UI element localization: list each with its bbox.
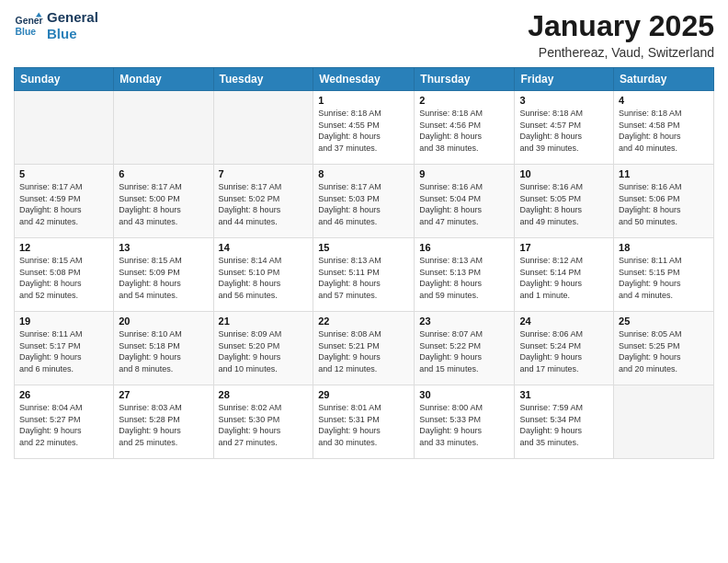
day-number: 13 bbox=[119, 242, 208, 253]
table-row: 8Sunrise: 8:17 AM Sunset: 5:03 PM Daylig… bbox=[313, 165, 415, 238]
day-number: 11 bbox=[619, 168, 709, 179]
day-number: 29 bbox=[318, 389, 409, 400]
table-row: 26Sunrise: 8:04 AM Sunset: 5:27 PM Dayli… bbox=[15, 385, 114, 459]
table-row: 28Sunrise: 8:02 AM Sunset: 5:30 PM Dayli… bbox=[213, 385, 313, 459]
table-row: 1Sunrise: 8:18 AM Sunset: 4:55 PM Daylig… bbox=[313, 91, 415, 165]
day-number: 14 bbox=[219, 242, 309, 253]
table-row: 9Sunrise: 8:16 AM Sunset: 5:04 PM Daylig… bbox=[415, 165, 515, 238]
table-row: 24Sunrise: 8:06 AM Sunset: 5:24 PM Dayli… bbox=[515, 312, 614, 385]
day-number: 28 bbox=[219, 389, 309, 400]
calendar-week-4: 19Sunrise: 8:11 AM Sunset: 5:17 PM Dayli… bbox=[15, 312, 714, 385]
day-number: 30 bbox=[419, 389, 509, 400]
day-number: 15 bbox=[318, 242, 409, 253]
day-info: Sunrise: 8:18 AM Sunset: 4:58 PM Dayligh… bbox=[619, 108, 709, 154]
table-row: 13Sunrise: 8:15 AM Sunset: 5:09 PM Dayli… bbox=[114, 238, 213, 312]
day-info: Sunrise: 8:05 AM Sunset: 5:25 PM Dayligh… bbox=[619, 328, 709, 374]
day-info: Sunrise: 8:01 AM Sunset: 5:31 PM Dayligh… bbox=[318, 402, 409, 448]
table-row: 3Sunrise: 8:18 AM Sunset: 4:57 PM Daylig… bbox=[515, 91, 614, 165]
day-number: 12 bbox=[19, 242, 108, 253]
day-info: Sunrise: 8:00 AM Sunset: 5:33 PM Dayligh… bbox=[419, 402, 509, 448]
day-info: Sunrise: 8:07 AM Sunset: 5:22 PM Dayligh… bbox=[419, 328, 509, 374]
day-number: 5 bbox=[19, 168, 108, 179]
day-number: 7 bbox=[219, 168, 309, 179]
calendar: Sunday Monday Tuesday Wednesday Thursday… bbox=[14, 67, 714, 459]
col-friday: Friday bbox=[515, 68, 614, 91]
table-row: 2Sunrise: 8:18 AM Sunset: 4:56 PM Daylig… bbox=[415, 91, 515, 165]
table-row: 27Sunrise: 8:03 AM Sunset: 5:28 PM Dayli… bbox=[114, 385, 213, 459]
table-row bbox=[213, 91, 313, 165]
calendar-header-row: Sunday Monday Tuesday Wednesday Thursday… bbox=[15, 68, 714, 91]
col-wednesday: Wednesday bbox=[313, 68, 415, 91]
day-info: Sunrise: 8:18 AM Sunset: 4:56 PM Dayligh… bbox=[419, 108, 509, 154]
day-info: Sunrise: 8:08 AM Sunset: 5:21 PM Dayligh… bbox=[318, 328, 409, 374]
day-info: Sunrise: 8:17 AM Sunset: 4:59 PM Dayligh… bbox=[19, 181, 108, 227]
day-number: 6 bbox=[119, 168, 208, 179]
table-row: 29Sunrise: 8:01 AM Sunset: 5:31 PM Dayli… bbox=[313, 385, 415, 459]
day-info: Sunrise: 8:12 AM Sunset: 5:14 PM Dayligh… bbox=[519, 255, 609, 301]
calendar-week-5: 26Sunrise: 8:04 AM Sunset: 5:27 PM Dayli… bbox=[15, 385, 714, 459]
svg-marker-2 bbox=[36, 13, 41, 17]
table-row: 20Sunrise: 8:10 AM Sunset: 5:18 PM Dayli… bbox=[114, 312, 213, 385]
day-number: 1 bbox=[318, 95, 409, 106]
month-title: January 2025 bbox=[528, 9, 714, 43]
location: Penthereaz, Vaud, Switzerland bbox=[528, 45, 714, 60]
header: General Blue GeneralBlue January 2025 Pe… bbox=[14, 9, 714, 60]
table-row: 21Sunrise: 8:09 AM Sunset: 5:20 PM Dayli… bbox=[213, 312, 313, 385]
day-info: Sunrise: 8:15 AM Sunset: 5:08 PM Dayligh… bbox=[19, 255, 108, 301]
day-number: 31 bbox=[519, 389, 609, 400]
table-row: 22Sunrise: 8:08 AM Sunset: 5:21 PM Dayli… bbox=[313, 312, 415, 385]
col-thursday: Thursday bbox=[415, 68, 515, 91]
day-number: 3 bbox=[519, 95, 609, 106]
day-number: 10 bbox=[519, 168, 609, 179]
table-row: 25Sunrise: 8:05 AM Sunset: 5:25 PM Dayli… bbox=[614, 312, 714, 385]
logo: General Blue GeneralBlue bbox=[14, 9, 98, 42]
table-row: 14Sunrise: 8:14 AM Sunset: 5:10 PM Dayli… bbox=[213, 238, 313, 312]
day-number: 26 bbox=[19, 389, 108, 400]
day-number: 22 bbox=[318, 316, 409, 327]
table-row: 15Sunrise: 8:13 AM Sunset: 5:11 PM Dayli… bbox=[313, 238, 415, 312]
table-row: 5Sunrise: 8:17 AM Sunset: 4:59 PM Daylig… bbox=[15, 165, 114, 238]
svg-text:General: General bbox=[16, 16, 43, 26]
table-row: 30Sunrise: 8:00 AM Sunset: 5:33 PM Dayli… bbox=[415, 385, 515, 459]
day-info: Sunrise: 8:06 AM Sunset: 5:24 PM Dayligh… bbox=[519, 328, 609, 374]
day-number: 19 bbox=[19, 316, 108, 327]
title-block: January 2025 Penthereaz, Vaud, Switzerla… bbox=[528, 9, 714, 60]
day-info: Sunrise: 8:14 AM Sunset: 5:10 PM Dayligh… bbox=[219, 255, 309, 301]
table-row: 10Sunrise: 8:16 AM Sunset: 5:05 PM Dayli… bbox=[515, 165, 614, 238]
day-info: Sunrise: 8:18 AM Sunset: 4:55 PM Dayligh… bbox=[318, 108, 409, 154]
col-monday: Monday bbox=[114, 68, 213, 91]
table-row: 31Sunrise: 7:59 AM Sunset: 5:34 PM Dayli… bbox=[515, 385, 614, 459]
table-row: 11Sunrise: 8:16 AM Sunset: 5:06 PM Dayli… bbox=[614, 165, 714, 238]
day-info: Sunrise: 8:11 AM Sunset: 5:17 PM Dayligh… bbox=[19, 328, 108, 374]
day-info: Sunrise: 8:09 AM Sunset: 5:20 PM Dayligh… bbox=[219, 328, 309, 374]
day-info: Sunrise: 8:11 AM Sunset: 5:15 PM Dayligh… bbox=[619, 255, 709, 301]
page: General Blue GeneralBlue January 2025 Pe… bbox=[0, 0, 728, 563]
day-number: 9 bbox=[419, 168, 509, 179]
table-row: 4Sunrise: 8:18 AM Sunset: 4:58 PM Daylig… bbox=[614, 91, 714, 165]
day-info: Sunrise: 8:10 AM Sunset: 5:18 PM Dayligh… bbox=[119, 328, 208, 374]
day-info: Sunrise: 8:18 AM Sunset: 4:57 PM Dayligh… bbox=[519, 108, 609, 154]
day-number: 2 bbox=[419, 95, 509, 106]
day-number: 27 bbox=[119, 389, 208, 400]
day-number: 16 bbox=[419, 242, 509, 253]
col-saturday: Saturday bbox=[614, 68, 714, 91]
logo-text: GeneralBlue bbox=[47, 9, 98, 42]
table-row: 7Sunrise: 8:17 AM Sunset: 5:02 PM Daylig… bbox=[213, 165, 313, 238]
day-info: Sunrise: 8:03 AM Sunset: 5:28 PM Dayligh… bbox=[119, 402, 208, 448]
calendar-week-2: 5Sunrise: 8:17 AM Sunset: 4:59 PM Daylig… bbox=[15, 165, 714, 238]
table-row bbox=[15, 91, 114, 165]
table-row: 16Sunrise: 8:13 AM Sunset: 5:13 PM Dayli… bbox=[415, 238, 515, 312]
day-number: 8 bbox=[318, 168, 409, 179]
day-number: 21 bbox=[219, 316, 309, 327]
day-number: 17 bbox=[519, 242, 609, 253]
table-row bbox=[114, 91, 213, 165]
day-info: Sunrise: 8:16 AM Sunset: 5:06 PM Dayligh… bbox=[619, 181, 709, 227]
day-info: Sunrise: 8:13 AM Sunset: 5:11 PM Dayligh… bbox=[318, 255, 409, 301]
day-info: Sunrise: 8:17 AM Sunset: 5:02 PM Dayligh… bbox=[219, 181, 309, 227]
table-row: 23Sunrise: 8:07 AM Sunset: 5:22 PM Dayli… bbox=[415, 312, 515, 385]
day-number: 23 bbox=[419, 316, 509, 327]
day-number: 18 bbox=[619, 242, 709, 253]
table-row: 19Sunrise: 8:11 AM Sunset: 5:17 PM Dayli… bbox=[15, 312, 114, 385]
table-row: 17Sunrise: 8:12 AM Sunset: 5:14 PM Dayli… bbox=[515, 238, 614, 312]
day-info: Sunrise: 8:15 AM Sunset: 5:09 PM Dayligh… bbox=[119, 255, 208, 301]
